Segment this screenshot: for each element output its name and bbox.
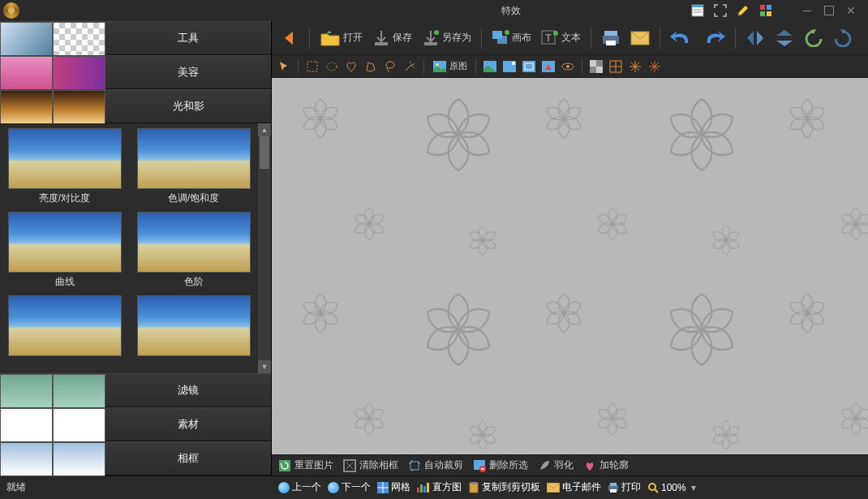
svg-rect-53 — [423, 486, 426, 493]
hist-icon — [417, 483, 430, 493]
delsel-button[interactable]: 删除所选 — [473, 458, 528, 472]
flip-h-button[interactable] — [742, 28, 768, 49]
svg-rect-7 — [767, 11, 771, 16]
redo-button[interactable] — [699, 27, 728, 49]
print-button[interactable] — [598, 28, 624, 49]
minimize-button[interactable] — [800, 3, 814, 18]
grid-icon[interactable] — [608, 59, 623, 74]
outline-button[interactable]: 加轮廓 — [583, 458, 629, 472]
checker-icon[interactable] — [589, 59, 604, 74]
svg-rect-19 — [606, 41, 616, 45]
close-button[interactable]: ✕ — [844, 3, 858, 18]
svg-rect-59 — [610, 483, 617, 486]
fullscreen-icon[interactable] — [714, 4, 727, 17]
saveas-button[interactable]: 另存为 — [419, 28, 475, 49]
thumb-item[interactable] — [132, 295, 255, 363]
canvas-button[interactable]: 画布 — [488, 28, 535, 48]
zoom-display[interactable]: 100%▾ — [647, 482, 696, 493]
orig-button[interactable]: 原图 — [431, 60, 469, 73]
toolbar-main: 打开 保存 另存为 画布 T文本 — [272, 21, 868, 55]
svg-rect-4 — [760, 5, 765, 10]
grid-button[interactable]: 网格 — [377, 480, 410, 494]
svg-rect-41 — [272, 78, 868, 454]
sidebar: 工具 美容 光和影 亮度/对比度 色调/饱和度 曲线 色阶 ▲ ▼ — [0, 21, 272, 475]
img-tool4-icon[interactable] — [541, 59, 556, 74]
undo-button[interactable] — [667, 27, 696, 49]
next-button[interactable]: 下一个 — [328, 480, 371, 494]
hist-button[interactable]: 直方图 — [417, 480, 462, 494]
cat-material[interactable]: 素材 — [0, 407, 271, 441]
grid3-icon[interactable] — [628, 59, 642, 74]
thumb-grid: 亮度/对比度 色调/饱和度 曲线 色阶 — [0, 123, 258, 373]
scroll-up-button[interactable]: ▲ — [258, 123, 271, 136]
email-button[interactable] — [627, 29, 653, 47]
thumb-item[interactable]: 色阶 — [132, 212, 255, 294]
note-icon[interactable] — [691, 4, 704, 17]
color-grid-icon[interactable] — [759, 4, 772, 17]
rotate-right-button[interactable] — [830, 28, 856, 49]
grid4-icon[interactable] — [647, 59, 662, 74]
statusbar: 就绪 上一个 下一个 网格 直方图 复制到剪切板 电子邮件 打印 100%▾ — [0, 475, 868, 498]
printer-icon — [608, 482, 619, 493]
img-tool3-icon[interactable] — [522, 59, 536, 74]
open-button[interactable]: 打开 — [316, 28, 366, 49]
bottombar: 重置图片 清除相框 自动裁剪 删除所选 羽化 加轮廓 — [272, 454, 868, 475]
toolbar-select: 原图 — [272, 55, 868, 78]
poly-select-icon[interactable] — [363, 59, 378, 74]
thumb-item[interactable] — [3, 295, 126, 363]
heart-select-icon[interactable] — [344, 59, 359, 74]
eye-icon[interactable] — [561, 59, 575, 74]
pencil-icon[interactable] — [737, 4, 750, 17]
cat-material-label: 素材 — [105, 408, 271, 441]
clearframe-button[interactable]: 清除相框 — [343, 458, 398, 472]
cat-tools[interactable]: 工具 — [0, 21, 271, 55]
svg-rect-8 — [375, 42, 388, 45]
prev-button[interactable]: 上一个 — [278, 480, 321, 494]
scrollbar[interactable]: ▲ ▼ — [258, 123, 271, 373]
print-status-button[interactable]: 打印 — [608, 480, 641, 494]
cat-frame[interactable]: 相框 — [0, 441, 271, 475]
scroll-down-button[interactable]: ▼ — [258, 360, 271, 373]
flip-v-button[interactable] — [771, 28, 797, 49]
svg-rect-12 — [497, 36, 507, 44]
copy-button[interactable]: 复制到剪切板 — [468, 480, 540, 494]
svg-rect-46 — [410, 462, 419, 470]
cat-beauty[interactable]: 美容 — [0, 55, 271, 89]
cat-light-label: 光和影 — [105, 90, 271, 123]
prev-icon — [278, 482, 290, 493]
autocrop-button[interactable]: 自动裁剪 — [408, 458, 463, 472]
back-button[interactable] — [277, 27, 303, 49]
thumb-item[interactable]: 曲线 — [3, 212, 126, 294]
feather-button[interactable]: 羽化 — [538, 458, 574, 472]
thumb-item[interactable]: 亮度/对比度 — [3, 128, 126, 210]
img-tool2-icon[interactable] — [502, 59, 517, 74]
img-tool1-icon[interactable] — [483, 59, 497, 74]
mail-icon — [547, 483, 560, 493]
svg-point-16 — [553, 31, 558, 36]
save-button[interactable]: 保存 — [369, 28, 415, 49]
rotate-left-button[interactable] — [801, 28, 827, 49]
canvas[interactable] — [272, 78, 868, 454]
cat-tools-label: 工具 — [105, 22, 271, 54]
thumb-item[interactable]: 色调/饱和度 — [132, 128, 255, 210]
cat-beauty-label: 美容 — [105, 56, 271, 88]
email-status-button[interactable]: 电子邮件 — [547, 480, 601, 494]
ellipse-select-icon[interactable] — [324, 59, 339, 74]
next-icon — [328, 482, 339, 493]
rect-select-icon[interactable] — [305, 59, 320, 74]
maximize-button[interactable] — [824, 6, 834, 15]
text-button[interactable]: T文本 — [538, 28, 584, 48]
svg-rect-60 — [610, 489, 617, 493]
cat-frame-label: 相框 — [105, 442, 271, 475]
zoom-icon — [647, 482, 659, 493]
titlebar: 特效 ✕ — [0, 0, 868, 21]
cat-light[interactable]: 光和影 — [0, 89, 271, 123]
cat-filter-label: 滤镜 — [105, 374, 271, 407]
wand-icon[interactable] — [402, 59, 417, 74]
reset-button[interactable]: 重置图片 — [278, 458, 333, 472]
cat-filter[interactable]: 滤镜 — [0, 373, 271, 407]
svg-point-10 — [434, 30, 439, 35]
status-ready: 就绪 — [6, 480, 278, 494]
lasso-icon[interactable] — [383, 59, 397, 74]
pointer-icon[interactable] — [277, 59, 291, 74]
